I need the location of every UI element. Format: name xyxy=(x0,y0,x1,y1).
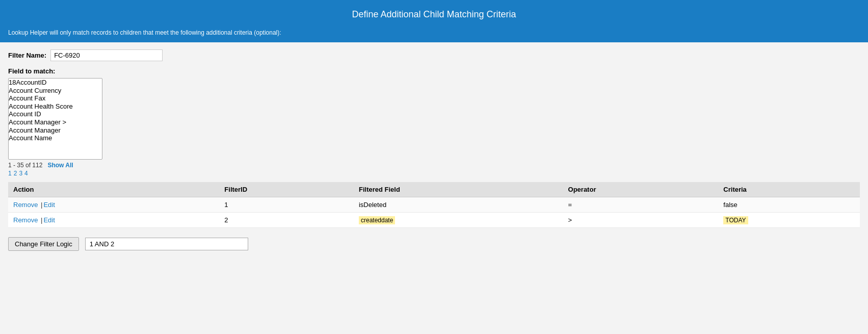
page-subtitle: Lookup Helper will only match records to… xyxy=(0,27,868,42)
pagination-count: 1 - 35 of 112 xyxy=(8,162,42,169)
field-listbox-item[interactable]: Account Manager > xyxy=(9,118,102,126)
field-listbox-item[interactable]: Account ID xyxy=(9,110,102,118)
filter-name-input[interactable] xyxy=(50,49,163,61)
remove-link[interactable]: Remove xyxy=(13,216,38,224)
field-listbox-item[interactable]: Account Health Score xyxy=(9,102,102,111)
field-listbox[interactable]: 18AccountIDAccount CurrencyAccount FaxAc… xyxy=(8,78,102,160)
page-numbers: 1234 xyxy=(8,170,860,177)
field-listbox-item[interactable]: Account Manager xyxy=(9,126,102,135)
col-criteria: Criteria xyxy=(718,182,860,197)
edit-link[interactable]: Edit xyxy=(43,216,55,224)
page-link-2[interactable]: 2 xyxy=(14,170,17,177)
page-title: Define Additional Child Matching Criteri… xyxy=(0,0,868,27)
operator-cell: = xyxy=(563,197,719,213)
col-action: Action xyxy=(8,182,219,197)
col-filterid: FilterID xyxy=(219,182,354,197)
filtered-field-cell: isDeleted xyxy=(354,197,563,213)
main-content: Filter Name: Field to match: 18AccountID… xyxy=(0,42,868,261)
filter-name-label: Filter Name: xyxy=(8,52,46,59)
page-link-4[interactable]: 4 xyxy=(24,170,28,177)
filter-id-cell: 2 xyxy=(219,213,354,228)
action-separator: | xyxy=(39,201,42,209)
field-listbox-item[interactable]: Account Name xyxy=(9,134,102,142)
criteria-highlight: TODAY xyxy=(723,216,748,224)
table-header-row: Action FilterID Filtered Field Operator … xyxy=(8,182,860,197)
bottom-bar: Change Filter Logic xyxy=(8,237,860,251)
table-row: Remove |Edit2createddate>TODAY xyxy=(8,213,860,228)
show-all-link[interactable]: Show All xyxy=(47,162,73,169)
col-filtered-field: Filtered Field xyxy=(354,182,563,197)
filter-id-cell: 1 xyxy=(219,197,354,213)
criteria-cell: TODAY xyxy=(718,213,860,228)
pagination-info: 1 - 35 of 112 Show All xyxy=(8,162,860,169)
field-listbox-item[interactable]: Account Fax xyxy=(9,94,102,102)
criteria-cell: false xyxy=(718,197,860,213)
filter-name-row: Filter Name: xyxy=(8,49,860,61)
table-row: Remove |Edit1isDeleted=false xyxy=(8,197,860,213)
field-to-match-label: Field to match: xyxy=(8,67,860,75)
col-operator: Operator xyxy=(563,182,719,197)
field-listbox-item[interactable]: Account Currency xyxy=(9,87,102,95)
filtered-field-highlight: createddate xyxy=(359,216,395,224)
filtered-field-cell: createddate xyxy=(354,213,563,228)
page-link-1[interactable]: 1 xyxy=(8,170,12,177)
change-filter-logic-button[interactable]: Change Filter Logic xyxy=(8,237,79,251)
filter-logic-input[interactable] xyxy=(85,238,248,250)
action-separator: | xyxy=(39,216,42,224)
remove-link[interactable]: Remove xyxy=(13,201,38,209)
edit-link[interactable]: Edit xyxy=(43,201,55,209)
operator-cell: > xyxy=(563,213,719,228)
filter-table: Action FilterID Filtered Field Operator … xyxy=(8,182,860,228)
field-listbox-item[interactable]: 18AccountID xyxy=(9,79,102,87)
page-link-3[interactable]: 3 xyxy=(19,170,22,177)
